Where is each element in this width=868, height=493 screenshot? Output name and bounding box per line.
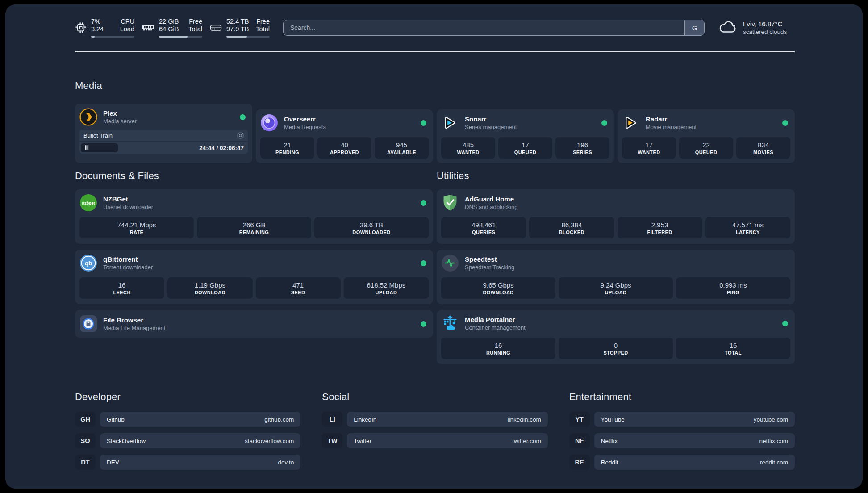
cpu-metric: 7% 3.24 CPU Load [75, 18, 134, 38]
app-subtitle: Usenet downloader [103, 204, 153, 210]
app-title: Media Portainer [465, 316, 526, 323]
app-card-speedtest[interactable]: Speedtest Speedtest Tracking 9.65 Gbps D… [437, 250, 795, 304]
stat-box: 744.21 Mbps RATE [79, 217, 194, 238]
storage-labels: Free Total [256, 18, 270, 33]
cloud-icon [718, 20, 738, 36]
section-title-utilities: Utilities [437, 170, 795, 182]
app-card-overseerr[interactable]: Overseerr Media Requests 21 PENDING 40 A… [256, 109, 433, 163]
now-playing-title: Bullet Train [83, 132, 113, 139]
app-card-sonarr[interactable]: Sonarr Series management 485 WANTED 17 Q… [437, 109, 614, 163]
link-name: LinkedIn [354, 416, 376, 423]
cpu-icon [75, 22, 87, 33]
app-title: AdGuard Home [465, 195, 518, 203]
memory-labels: Free Total [188, 18, 202, 33]
overseerr-icon [260, 114, 278, 132]
app-card-portainer[interactable]: Media Portainer Container management 16 … [437, 310, 795, 364]
app-subtitle: Movie management [646, 124, 697, 130]
app-card-plex[interactable]: Plex Media server Bullet Train [75, 104, 252, 163]
app-title: qBittorrent [103, 255, 153, 263]
app-subtitle: Media File Management [103, 325, 165, 331]
plex-icon [79, 108, 97, 126]
weather-condition: scattered clouds [743, 28, 787, 36]
link-abbr: NF [569, 433, 590, 448]
stat-box: 86,384 BLOCKED [529, 217, 614, 238]
dashboard-panel: 7% 3.24 CPU Load [5, 4, 863, 489]
stat-box: 17 QUEUED [498, 137, 552, 159]
stat-box: 9.65 Gbps DOWNLOAD [441, 277, 555, 299]
filebrowser-icon [79, 315, 97, 333]
app-subtitle: Container management [465, 324, 526, 331]
adguard-icon [441, 194, 459, 212]
pause-icon[interactable] [85, 145, 89, 151]
app-subtitle: DNS and adblocking [465, 204, 518, 210]
storage-progress-bar [226, 36, 270, 38]
app-card-qbittorrent[interactable]: qb qBittorrent Torrent downloader 16 LEE… [75, 250, 433, 304]
link-url: youtube.com [754, 416, 788, 423]
link-abbr: TW [322, 433, 342, 448]
app-title: Radarr [646, 115, 697, 123]
status-dot-online [601, 120, 607, 126]
link-url: twitter.com [512, 438, 541, 444]
stat-box: 16 RUNNING [441, 338, 555, 359]
app-title: File Browser [103, 316, 165, 324]
section-title-documents: Documents & Files [75, 170, 433, 182]
status-dot-online [421, 321, 426, 327]
stat-box: 22 QUEUED [679, 137, 733, 159]
storage-metric: 52.4 TB 97.9 TB Free Total [210, 18, 270, 38]
link-url: reddit.com [760, 459, 788, 466]
stat-box: 1.19 Gbps DOWNLOAD [167, 277, 252, 299]
section-title-media: Media [75, 80, 102, 92]
app-title: Overseerr [284, 115, 326, 123]
link-linkedin[interactable]: LI LinkedIn linkedin.com [322, 412, 547, 427]
qbittorrent-icon: qb [79, 254, 97, 272]
search-engine-button[interactable]: G [684, 20, 704, 35]
app-card-adguard[interactable]: AdGuard Home DNS and adblocking 498,461 … [437, 189, 795, 244]
stat-box: 16 TOTAL [676, 338, 790, 359]
stat-box: 21 PENDING [260, 137, 314, 159]
stat-box: 266 GB REMAINING [197, 217, 311, 238]
link-name: StackOverflow [107, 438, 146, 444]
radarr-icon [622, 114, 640, 132]
section-title-developer: Developer [75, 391, 300, 403]
search-input[interactable] [284, 20, 684, 35]
app-subtitle: Media server [103, 118, 137, 125]
link-youtube[interactable]: YT YouTube youtube.com [569, 412, 795, 427]
cpu-labels: CPU Load [120, 18, 134, 33]
app-card-radarr[interactable]: Radarr Movie management 17 WANTED 22 QUE… [618, 109, 795, 163]
link-reddit[interactable]: RE Reddit reddit.com [569, 455, 795, 470]
status-dot-online [421, 200, 426, 206]
status-dot-online [421, 120, 426, 126]
link-twitter[interactable]: TW Twitter twitter.com [322, 433, 547, 448]
link-abbr: SO [75, 433, 96, 448]
playback-time: 24:44 / 02:06:47 [199, 145, 244, 151]
stat-box: 0 STOPPED [559, 338, 673, 359]
app-subtitle: Series management [465, 124, 517, 130]
link-abbr: GH [75, 412, 96, 427]
app-card-nzbget[interactable]: nzbget NZBGet Usenet downloader 744.21 M… [75, 189, 433, 244]
stat-box: 47.571 ms LATENCY [705, 217, 790, 238]
link-netflix[interactable]: NF Netflix netflix.com [569, 433, 795, 448]
cpu-progress-bar [91, 36, 134, 38]
link-url: github.com [264, 416, 294, 423]
app-subtitle: Speedtest Tracking [465, 264, 514, 271]
link-dev[interactable]: DT DEV dev.to [75, 455, 300, 470]
app-subtitle: Torrent downloader [103, 264, 153, 271]
app-title: Plex [103, 109, 137, 117]
stat-box: 9.24 Gbps UPLOAD [559, 277, 673, 299]
stat-box: 834 MOVIES [736, 137, 790, 159]
sonarr-icon [441, 114, 459, 132]
status-dot-online [782, 120, 788, 126]
playback-progress-bar: 24:44 / 02:06:47 [79, 142, 248, 154]
storage-icon [210, 22, 222, 33]
stat-box: 196 SERIES [555, 137, 609, 159]
svg-text:qb: qb [85, 260, 92, 267]
weather-location-temp: Lviv, 16.87°C [743, 20, 787, 28]
link-stackoverflow[interactable]: SO StackOverflow stackoverflow.com [75, 433, 300, 448]
app-card-filebrowser[interactable]: File Browser Media File Management [75, 310, 433, 338]
stat-box: 17 WANTED [622, 137, 676, 159]
link-github[interactable]: GH Github github.com [75, 412, 300, 427]
stat-box: 498,461 QUERIES [441, 217, 526, 238]
header-divider [75, 51, 795, 52]
link-name: Netflix [601, 438, 618, 444]
link-name: Reddit [601, 459, 618, 466]
